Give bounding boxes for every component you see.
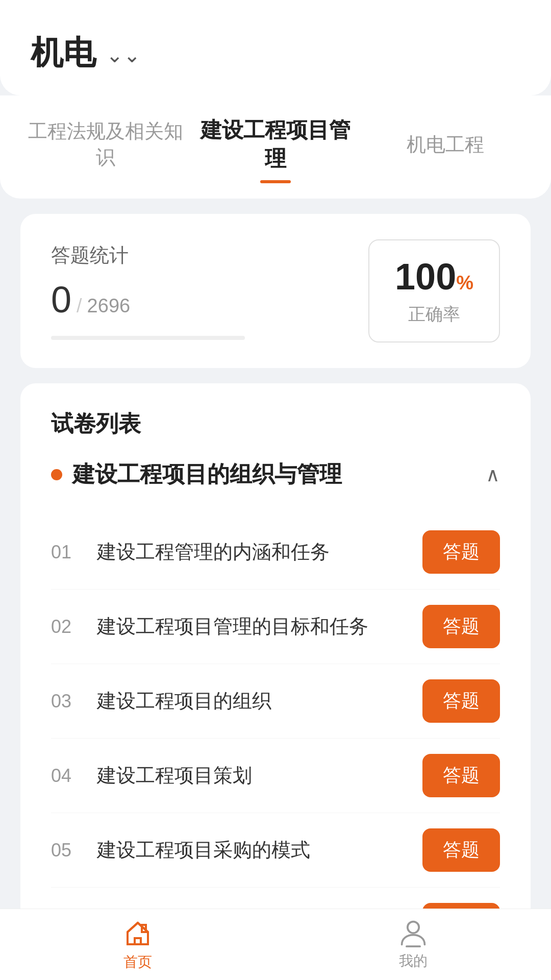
stats-left: 答题统计 0 / 2696 [51,242,245,340]
exam-number: 01 [51,542,82,563]
list-item: 02 建设工程项目管理的目标和任务 答题 [51,590,500,664]
accuracy-box: 100% 正确率 [368,239,500,342]
svg-point-1 [408,921,419,933]
bottom-nav: 首页 我的 [0,909,551,980]
exam-number: 03 [51,691,82,712]
section-title: 试卷列表 [51,409,500,439]
list-item: 03 建设工程项目的组织 答题 [51,664,500,739]
list-item: 04 建设工程项目策划 答题 [51,739,500,813]
chevron-down-icon[interactable]: ⌄⌄ [106,43,141,67]
answer-button-04[interactable]: 答题 [422,754,500,797]
stats-card: 答题统计 0 / 2696 100% 正确率 [20,214,531,368]
chapter-title-row: 建设工程项目的组织与管理 [51,459,342,489]
person-icon [399,919,428,947]
list-item: 05 建设工程项目采购的模式 答题 [51,813,500,888]
nav-home-label: 首页 [123,952,152,972]
home-icon [122,918,153,948]
stats-current: 0 [51,279,71,321]
stats-separator: / [77,295,82,317]
list-item: 01 建设工程管理的内涵和任务 答题 [51,515,500,590]
stats-progress: 0 / 2696 [51,279,245,321]
tab-project[interactable]: 建设工程项目管理 [190,106,360,183]
exam-name: 建设工程项目策划 [97,763,422,789]
tab-bar: 工程法规及相关知识 建设工程项目管理 机电工程 [0,95,551,199]
answer-button-03[interactable]: 答题 [422,679,500,723]
page-title: 机电 [31,31,96,75]
tab-law[interactable]: 工程法规及相关知识 [20,108,190,181]
exam-list-section: 试卷列表 建设工程项目的组织与管理 ∧ 01 建设工程管理的内涵和任务 答题 0… [20,383,531,980]
app-container: 机电 ⌄⌄ 工程法规及相关知识 建设工程项目管理 机电工程 答题统计 0 / 2… [0,0,551,980]
nav-item-profile[interactable]: 我的 [276,919,551,971]
chapter-header[interactable]: 建设工程项目的组织与管理 ∧ [51,459,500,500]
answer-button-01[interactable]: 答题 [422,530,500,574]
accuracy-label: 正确率 [395,303,473,326]
nav-item-home[interactable]: 首页 [0,918,276,972]
exam-name: 建设工程项目管理的目标和任务 [97,614,422,640]
orange-dot-icon [51,469,62,480]
exam-name: 建设工程项目采购的模式 [97,837,422,863]
answer-button-02[interactable]: 答题 [422,605,500,648]
exam-name: 建设工程项目的组织 [97,688,422,714]
tab-mechanical[interactable]: 机电工程 [361,121,531,168]
stats-label: 答题统计 [51,242,245,268]
nav-profile-label: 我的 [399,951,428,971]
exam-number: 02 [51,616,82,638]
answer-button-05[interactable]: 答题 [422,828,500,872]
accuracy-number: 100 [395,256,456,297]
chevron-up-icon[interactable]: ∧ [486,463,500,486]
exam-number: 05 [51,840,82,861]
exam-number: 04 [51,765,82,787]
stats-total: 2696 [87,295,131,317]
chapter-title: 建设工程项目的组织与管理 [72,459,342,489]
stats-progress-bar [51,336,245,340]
header: 机电 ⌄⌄ [0,0,551,95]
accuracy-percent: % [456,272,473,293]
exam-name: 建设工程管理的内涵和任务 [97,539,422,565]
